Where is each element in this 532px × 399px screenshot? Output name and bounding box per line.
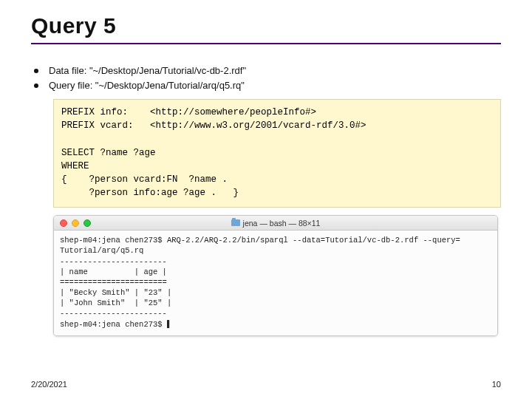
bullet-text: Data file: "~/Desktop/Jena/Tutorial/vc-d… [49,64,246,78]
footer-date: 2/20/2021 [31,380,67,389]
slide-title: Query 5 [31,13,501,44]
bullet-icon [34,83,38,88]
terminal-titlebar: jena — bash — 88×11 [54,216,497,231]
terminal-title-text: jena — bash — 88×11 [243,219,321,228]
slide-footer: 2/20/2021 10 [31,380,501,389]
terminal-body: shep-m04:jena chen273$ ARQ-2.2/ARQ-2.2/b… [54,231,497,335]
list-item: Data file: "~/Desktop/Jena/Tutorial/vc-d… [34,64,501,78]
slide: Query 5 Data file: "~/Desktop/Jena/Tutor… [0,0,532,399]
sparql-code-block: PREFIX info: <http://somewhere/peopleInf… [53,99,501,208]
bullet-text: Query file: "~/Desktop/Jena/Tutorial/arq… [49,78,245,93]
footer-page-number: 10 [492,380,501,389]
terminal-window: jena — bash — 88×11 shep-m04:jena chen27… [53,215,498,336]
minimize-icon[interactable] [72,219,79,227]
terminal-title: jena — bash — 88×11 [54,219,497,228]
close-icon[interactable] [60,219,67,227]
zoom-icon[interactable] [83,219,91,227]
folder-icon [231,219,240,226]
bullet-list: Data file: "~/Desktop/Jena/Tutorial/vc-d… [34,64,501,93]
list-item: Query file: "~/Desktop/Jena/Tutorial/arq… [34,78,501,93]
bullet-icon [34,69,38,73]
